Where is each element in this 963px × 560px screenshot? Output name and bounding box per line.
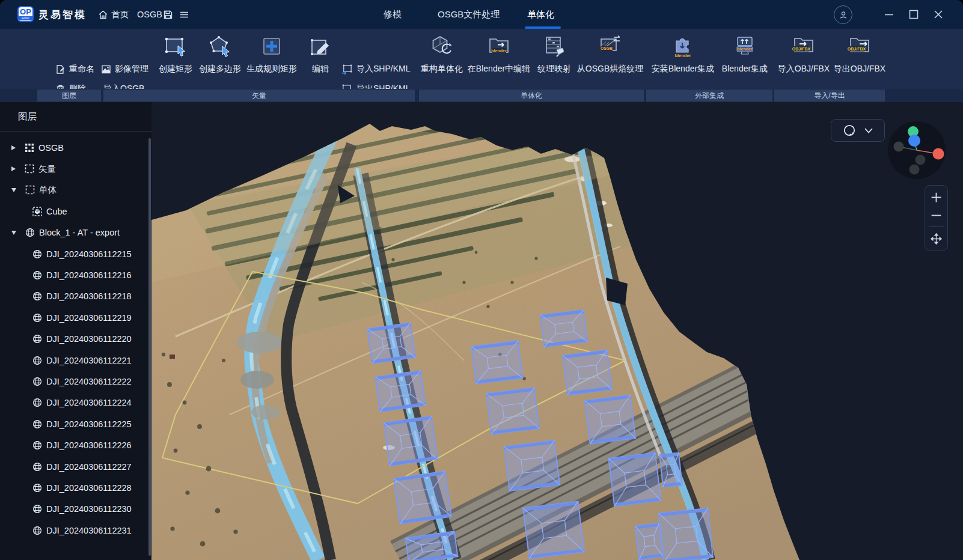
svg-text:blender: blender xyxy=(491,49,507,53)
document-name[interactable]: OSGB xyxy=(137,0,162,29)
layer-tree-item[interactable]: DJI_20240306112222 xyxy=(0,371,149,392)
tree-expander[interactable] xyxy=(11,188,16,192)
layer-tree-item[interactable]: DJI_20240306112220 xyxy=(0,329,149,350)
tab-monomerization[interactable]: 单体化 xyxy=(527,0,554,29)
selection-box[interactable] xyxy=(384,416,437,466)
rename-button[interactable]: 重命名 xyxy=(55,62,94,76)
selection-box[interactable] xyxy=(608,453,661,507)
layer-name: DJI_20240306112225 xyxy=(46,419,132,429)
layers-panel: 图层 OSGB 矢量 单体 Cub xyxy=(0,102,151,560)
globe-icon xyxy=(32,525,42,535)
save-icon xyxy=(163,10,173,20)
home-label: 首页 xyxy=(111,9,129,20)
selection-box[interactable] xyxy=(659,452,682,487)
selection-box[interactable] xyxy=(504,440,560,491)
save-button[interactable] xyxy=(163,0,173,29)
tree-expander[interactable] xyxy=(11,231,16,235)
globe-icon xyxy=(32,270,42,281)
dashed-square-icon xyxy=(24,164,34,174)
user-avatar-button[interactable] xyxy=(834,5,852,24)
layer-tree-item[interactable]: DJI_20240306112230 xyxy=(0,499,149,520)
view-mode-button[interactable] xyxy=(831,119,885,142)
import-obj-fbx-icon: OBJ/FBX xyxy=(790,31,818,62)
export-obj-fbx-icon: OBJ/FBX xyxy=(846,31,873,62)
globe-icon xyxy=(32,355,42,365)
layer-tree-item[interactable]: DJI_20240306112221 xyxy=(0,350,149,371)
home-button[interactable]: 首页 xyxy=(98,0,129,29)
scene-canvas[interactable] xyxy=(151,102,963,560)
regular-rectangle-icon xyxy=(258,31,286,62)
orientation-gizmo[interactable] xyxy=(887,120,947,180)
sidebar-scrollbar[interactable] xyxy=(148,138,151,556)
layer-name: DJI_20240306112216 xyxy=(46,270,132,280)
layer-tree-item[interactable]: DJI_20240306112218 xyxy=(0,286,149,307)
selection-box[interactable] xyxy=(375,371,425,412)
close-button[interactable] xyxy=(932,8,944,20)
maximize-button[interactable] xyxy=(908,8,920,20)
selection-box[interactable] xyxy=(635,523,664,559)
layer-name: Block_1 - AT - export xyxy=(39,228,120,237)
selection-box[interactable] xyxy=(523,502,584,559)
divider xyxy=(0,131,151,132)
pan-button[interactable] xyxy=(930,233,943,245)
layer-tree-item[interactable]: DJI_20240306112225 xyxy=(0,413,149,434)
app-window: OP Editor 灵易智模 首页 OSGB 修模 OSGB文件处理 单体化 xyxy=(0,0,963,560)
minimize-button[interactable] xyxy=(883,8,895,20)
app-name: 灵易智模 xyxy=(38,8,87,22)
layer-tree-item[interactable]: DJI_20240306112228 xyxy=(0,477,149,498)
layer-name: DJI_20240306112224 xyxy=(46,398,132,407)
selection-box[interactable] xyxy=(486,388,539,434)
viewport-3d[interactable] xyxy=(151,102,963,560)
cube-icon xyxy=(32,206,42,216)
zoom-out-button[interactable] xyxy=(930,209,943,222)
layer-tree-item[interactable]: DJI_20240306112224 xyxy=(0,392,149,413)
layer-tree-item[interactable]: DJI_20240306112215 xyxy=(0,243,149,264)
dashed-square-icon xyxy=(25,185,35,195)
selection-box[interactable] xyxy=(394,471,451,523)
selection-box[interactable] xyxy=(367,323,415,363)
menu-button[interactable] xyxy=(179,0,189,29)
globe-icon xyxy=(32,376,42,386)
titlebar: OP Editor 灵易智模 首页 OSGB 修模 OSGB文件处理 单体化 xyxy=(0,0,963,29)
layer-tree-item[interactable]: Cube xyxy=(0,201,149,222)
layer-tree-item[interactable]: 单体 xyxy=(0,180,149,201)
tree-expander[interactable] xyxy=(11,145,16,150)
group-label-monomer: 单体化 xyxy=(419,90,644,102)
layer-tree-item[interactable]: DJI_20240306112227 xyxy=(0,456,149,477)
install-blender-integration-button[interactable]: blender 安装Blender集成 xyxy=(647,31,719,87)
export-obj-fbx-button[interactable]: OBJ/FBX 导出OBJ/FBX xyxy=(824,31,896,87)
edit-icon xyxy=(307,31,334,62)
selection-box[interactable] xyxy=(585,395,635,444)
edit-button[interactable]: 编辑 xyxy=(284,31,356,87)
selection-box[interactable] xyxy=(472,341,523,383)
bake-texture-from-osgb-button[interactable]: OSGB 从OSGB烘焙纹理 xyxy=(574,31,646,87)
gizmo-axis-neg-y xyxy=(910,165,920,175)
tab-osgb-processing[interactable]: OSGB文件处理 xyxy=(438,0,500,29)
layer-tree-item[interactable]: OSGB xyxy=(0,137,149,158)
layer-name: 矢量 xyxy=(38,163,56,175)
selection-box[interactable] xyxy=(659,508,713,560)
chevron-down-icon[interactable] xyxy=(864,128,873,133)
layer-name: DJI_20240306112215 xyxy=(46,249,132,259)
svg-text:OBJ/FBX: OBJ/FBX xyxy=(792,47,811,51)
layer-tree-item[interactable]: DJI_20240306112226 xyxy=(0,434,149,455)
zoom-in-button[interactable] xyxy=(930,191,943,204)
rename-icon xyxy=(55,64,66,75)
svg-text:blender: blender xyxy=(674,53,691,58)
layer-tree-item[interactable]: DJI_20240306112219 xyxy=(0,307,149,328)
layer-tree-item[interactable]: 矢量 xyxy=(0,158,149,179)
selection-box[interactable] xyxy=(540,310,587,347)
layer-name: DJI_20240306112228 xyxy=(46,483,132,493)
tree-expander[interactable] xyxy=(11,166,16,171)
globe-icon xyxy=(32,249,42,259)
layer-tree-item[interactable]: DJI_20240306112216 xyxy=(0,264,149,285)
close-icon xyxy=(932,8,944,20)
layer-tree-item[interactable]: Block_1 - AT - export xyxy=(0,222,149,243)
selection-box[interactable] xyxy=(563,350,611,395)
globe-icon xyxy=(32,461,42,472)
layer-tree-item[interactable]: DJI_20240306112231 xyxy=(0,520,149,541)
layers-panel-title: 图层 xyxy=(18,111,37,123)
gizmo-axis-x xyxy=(933,148,944,160)
tab-xiumo[interactable]: 修模 xyxy=(384,0,402,29)
layer-name: 单体 xyxy=(39,184,57,196)
